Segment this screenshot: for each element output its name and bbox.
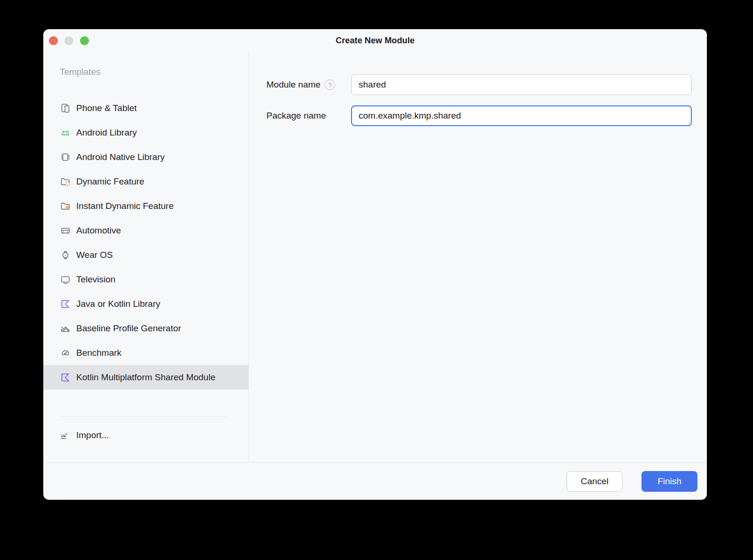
template-item-label: Baseline Profile Generator bbox=[76, 323, 181, 334]
template-item-label: Dynamic Feature bbox=[76, 176, 144, 187]
gauge-icon bbox=[60, 347, 71, 359]
module-name-label: Module name bbox=[266, 80, 320, 90]
zoom-window-button[interactable] bbox=[80, 36, 89, 45]
template-item-label: Kotlin Multiplatform Shared Module bbox=[76, 372, 216, 383]
kotlin-icon bbox=[60, 372, 71, 383]
kotlin-icon bbox=[60, 298, 71, 310]
template-item-phone-tablet[interactable]: Phone & Tablet bbox=[43, 96, 248, 120]
module-name-row: Module name ? bbox=[266, 74, 692, 95]
dialog-body: Templates Phone & Tablet Android Library… bbox=[43, 52, 707, 462]
cancel-button[interactable]: Cancel bbox=[567, 471, 623, 492]
sidebar-divider bbox=[60, 416, 227, 416]
template-item-dynamic-feature[interactable]: Dynamic Feature bbox=[43, 169, 248, 194]
template-item-label: Phone & Tablet bbox=[76, 103, 137, 113]
template-item-label: Android Native Library bbox=[76, 152, 165, 162]
create-new-module-dialog: Create New Module Templates Phone & Tabl… bbox=[43, 29, 707, 500]
folder-dynamic-icon bbox=[60, 176, 71, 187]
package-name-label: Package name bbox=[266, 111, 326, 121]
chip-icon bbox=[60, 152, 71, 163]
dialog-title: Create New Module bbox=[336, 36, 415, 46]
help-icon[interactable]: ? bbox=[325, 80, 335, 90]
package-name-input[interactable] bbox=[351, 105, 692, 126]
traffic-lights bbox=[49, 29, 89, 52]
watch-icon bbox=[60, 249, 71, 261]
import-item[interactable]: Import... bbox=[43, 423, 248, 448]
tv-icon bbox=[60, 274, 71, 285]
template-item-label: Wear OS bbox=[76, 250, 113, 260]
template-item-label: Instant Dynamic Feature bbox=[76, 201, 174, 211]
import-label: Import... bbox=[76, 430, 109, 440]
android-icon bbox=[60, 127, 71, 138]
template-item-kotlin-multiplatform-shared-module[interactable]: Kotlin Multiplatform Shared Module bbox=[43, 365, 248, 390]
phone-tablet-icon bbox=[60, 103, 71, 114]
template-item-android-library[interactable]: Android Library bbox=[43, 120, 248, 145]
template-item-android-native-library[interactable]: Android Native Library bbox=[43, 145, 248, 169]
module-form: Module name ? Package name bbox=[249, 52, 707, 462]
template-item-television[interactable]: Television bbox=[43, 267, 248, 292]
close-window-button[interactable] bbox=[49, 36, 58, 45]
chart-icon bbox=[60, 323, 71, 334]
minimize-window-button[interactable] bbox=[64, 36, 73, 45]
templates-sidebar: Templates Phone & Tablet Android Library… bbox=[43, 52, 249, 462]
package-name-row: Package name bbox=[266, 105, 692, 126]
template-item-instant-dynamic-feature[interactable]: Instant Dynamic Feature bbox=[43, 194, 248, 218]
template-item-label: Automotive bbox=[76, 225, 121, 236]
template-item-java-or-kotlin-library[interactable]: Java or Kotlin Library bbox=[43, 292, 248, 316]
finish-button[interactable]: Finish bbox=[641, 471, 697, 492]
titlebar: Create New Module bbox=[43, 29, 707, 52]
templates-header: Templates bbox=[60, 67, 248, 77]
template-item-label: Android Library bbox=[76, 128, 137, 138]
dialog-footer: Cancel Finish bbox=[43, 462, 707, 500]
module-name-input[interactable] bbox=[351, 74, 692, 95]
template-item-label: Java or Kotlin Library bbox=[76, 299, 160, 309]
folder-instant-icon bbox=[60, 200, 71, 212]
import-icon bbox=[60, 430, 71, 441]
template-item-wear-os[interactable]: Wear OS bbox=[43, 243, 248, 267]
template-list: Phone & Tablet Android Library Android N… bbox=[43, 96, 248, 390]
template-item-label: Benchmark bbox=[76, 348, 121, 358]
template-item-benchmark[interactable]: Benchmark bbox=[43, 341, 248, 365]
car-icon bbox=[60, 225, 71, 236]
template-item-baseline-profile-generator[interactable]: Baseline Profile Generator bbox=[43, 316, 248, 341]
template-item-label: Television bbox=[76, 274, 115, 285]
template-item-automotive[interactable]: Automotive bbox=[43, 218, 248, 243]
